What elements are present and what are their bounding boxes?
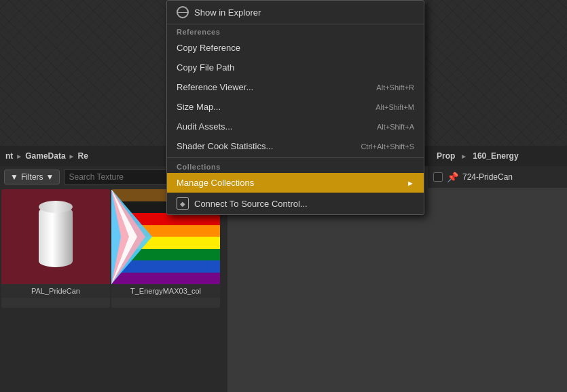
- filters-button[interactable]: ▼ Filters ▼: [4, 170, 60, 184]
- breadcrumb-arrow-2: ►: [69, 153, 75, 160]
- menu-separator: [167, 157, 424, 158]
- breadcrumb-item-gamedata[interactable]: GameData: [25, 151, 65, 161]
- marker-checkbox[interactable]: [433, 172, 443, 182]
- submenu-arrow-icon: ►: [407, 179, 414, 187]
- location-pin-icon: 📌: [447, 172, 458, 182]
- marker-label: 724-PrideCan: [462, 172, 513, 182]
- stripe-green: [111, 249, 220, 261]
- right-breadcrumb-energy[interactable]: 160_Energy: [473, 151, 518, 161]
- menu-item-reference-viewer[interactable]: Reference Viewer... Alt+Shift+R: [167, 77, 424, 97]
- breadcrumb-item-re[interactable]: Re: [78, 151, 88, 161]
- breadcrumb-item-nt[interactable]: nt: [5, 151, 13, 161]
- search-input[interactable]: [64, 169, 175, 185]
- menu-item-connect-source-control[interactable]: ◆ Connect To Source Control...: [167, 193, 424, 214]
- cylinder-shape: [39, 206, 73, 267]
- menu-item-show-in-explorer-label: Show in Explorer: [194, 7, 261, 18]
- right-breadcrumb-arrow: ►: [460, 153, 467, 160]
- filter-bar: ▼ Filters ▼: [0, 166, 170, 188]
- filter-icon: ▼: [10, 172, 18, 182]
- marker-bar: 📌 724-PrideCan: [428, 166, 567, 188]
- stripe-orange: [111, 225, 220, 237]
- asset-name-rainbow: T_EnergyMAX03_col: [111, 284, 220, 298]
- list-item[interactable]: PAL_PrideCan: [1, 189, 110, 308]
- stripe-blue: [111, 260, 220, 273]
- pridecan-bg: [1, 189, 110, 284]
- menu-item-manage-collections[interactable]: Manage Collections ►: [167, 173, 424, 193]
- right-breadcrumb: Prop ► 160_Energy: [431, 146, 567, 166]
- menu-section-references: References: [167, 24, 424, 38]
- filters-label: Filters: [21, 172, 43, 182]
- menu-item-size-map[interactable]: Size Map... Alt+Shift+M: [167, 97, 424, 117]
- menu-item-copy-reference[interactable]: Copy Reference: [167, 38, 424, 58]
- context-menu: Show in Explorer References Copy Referen…: [166, 0, 424, 215]
- stripe-purple: [111, 273, 220, 285]
- stripe-yellow: [111, 237, 220, 249]
- menu-section-collections: Collections: [167, 159, 424, 173]
- asset-thumbnail-pridecan: [1, 189, 110, 284]
- asset-name-pridecan: PAL_PrideCan: [1, 284, 110, 298]
- source-control-icon: ◆: [177, 197, 189, 210]
- filter-dropdown-icon: ▼: [46, 172, 54, 182]
- menu-item-shader-cook[interactable]: Shader Cook Statistics... Ctrl+Alt+Shift…: [167, 136, 424, 156]
- menu-item-show-in-explorer[interactable]: Show in Explorer: [167, 1, 424, 24]
- menu-item-audit-assets[interactable]: Audit Assets... Alt+Shift+A: [167, 117, 424, 136]
- right-breadcrumb-prop[interactable]: Prop: [437, 151, 455, 161]
- breadcrumb-arrow: ►: [16, 153, 22, 160]
- globe-icon: [177, 6, 189, 18]
- asset-grid: PAL_PrideCan: [0, 188, 227, 392]
- menu-item-copy-file-path[interactable]: Copy File Path: [167, 58, 424, 77]
